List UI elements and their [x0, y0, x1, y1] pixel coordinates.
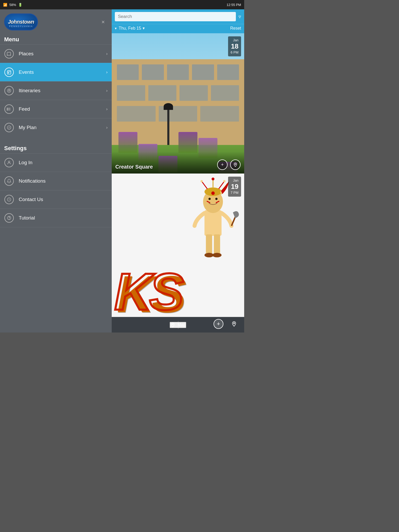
login-icon [4, 158, 14, 168]
status-time: 12:55 PM [227, 3, 241, 7]
sidebar-header: Johnstown PENNSYLVANIA × [0, 9, 112, 33]
reset-button[interactable]: Reset [230, 26, 241, 31]
menu-section-title: Menu [0, 33, 112, 44]
wifi-icon: 📶 [3, 3, 7, 7]
places-label: Places [19, 51, 34, 57]
svg-point-6 [9, 90, 10, 91]
event-add-button-1[interactable]: + [217, 159, 228, 170]
login-label: Log In [19, 160, 32, 165]
search-input[interactable] [115, 12, 236, 21]
main-layout: Johnstown PENNSYLVANIA × Menu Places › [0, 9, 244, 332]
event-image-tomahawks: KS [112, 174, 244, 317]
flower-group [118, 132, 238, 153]
sidebar-item-login[interactable]: Log In [0, 153, 112, 172]
event-day-1: 18 [231, 43, 238, 50]
logo-text: Johnstown [8, 19, 34, 25]
sidebar-item-feed[interactable]: Feed › [0, 100, 112, 118]
event-card-tomahawks[interactable]: KS [112, 174, 244, 317]
search-bar: ▿ [112, 9, 244, 24]
svg-point-12 [7, 109, 8, 109]
events-label: Events [19, 69, 34, 75]
map-icon [170, 322, 175, 328]
tutorial-icon [4, 213, 14, 223]
event-name-bar-1: Creator Square + [112, 152, 244, 174]
itineraries-icon [4, 86, 14, 96]
sidebar-item-notifications[interactable]: Notifications [0, 172, 112, 190]
itineraries-arrow: › [106, 88, 108, 93]
feed-label: Feed [19, 106, 30, 112]
event-month-2: Jan [231, 178, 238, 183]
svg-point-19 [235, 164, 236, 165]
event-time-1: 6 PM [231, 50, 238, 55]
sidebar-item-tutorial[interactable]: Tutorial [0, 209, 112, 227]
places-icon [4, 49, 14, 59]
event-day-2: 19 [231, 183, 238, 190]
date-dropdown-arrow[interactable]: ▾ [115, 26, 117, 30]
settings-section-title: Settings [0, 142, 112, 153]
svg-point-30 [215, 198, 218, 200]
filter-icon[interactable]: ▿ [238, 14, 241, 20]
event-card-creator-square[interactable]: Jan 18 6 PM Creator Square + [112, 33, 244, 174]
events-arrow: › [106, 70, 108, 75]
svg-point-40 [234, 323, 235, 324]
status-bar: 📶 58% 🔋 12:55 PM [0, 0, 244, 9]
svg-rect-0 [7, 71, 11, 74]
svg-line-25 [219, 181, 224, 189]
tomahawks-letters: KS [112, 262, 244, 317]
bottom-location-button[interactable] [229, 319, 239, 329]
battery-percentage: 58% [9, 3, 16, 7]
svg-point-27 [201, 180, 203, 182]
svg-rect-34 [206, 234, 212, 254]
sidebar-item-myplan[interactable]: My Plan › [0, 118, 112, 137]
app-logo: Johnstown PENNSYLVANIA [4, 14, 38, 30]
event-location-button-1[interactable] [230, 159, 241, 170]
svg-point-13 [7, 110, 8, 110]
myplan-icon [4, 123, 14, 132]
sidebar-item-places[interactable]: Places › [0, 44, 112, 63]
notifications-icon [4, 176, 14, 186]
svg-rect-20 [204, 210, 222, 236]
tutorial-label: Tutorial [19, 215, 35, 221]
feed-icon [4, 104, 14, 114]
svg-point-39 [172, 324, 173, 325]
current-date: Thu, Feb 15 [119, 26, 141, 31]
feed-arrow: › [106, 107, 108, 111]
contact-icon [4, 195, 14, 204]
myplan-label: My Plan [19, 125, 37, 130]
sidebar-item-events[interactable]: Events › [0, 63, 112, 81]
map-label: Map [177, 323, 185, 327]
building-windows-top [117, 64, 239, 80]
date-chip[interactable]: Thu, Feb 15 ▾ [119, 26, 145, 31]
building-windows-bot [117, 106, 239, 122]
svg-point-37 [212, 253, 222, 257]
event-month-1: Jan [231, 38, 238, 43]
date-chip-arrow: ▾ [143, 26, 145, 31]
svg-point-26 [212, 177, 215, 180]
myplan-arrow: › [106, 125, 108, 130]
event-date-badge-1: Jan 18 6 PM [228, 36, 241, 56]
svg-line-24 [202, 181, 207, 189]
svg-point-11 [7, 108, 8, 108]
bottom-divider [178, 321, 178, 329]
settings-section: Settings Log In [0, 142, 112, 227]
svg-rect-35 [214, 234, 220, 254]
logo-subtext: PENNSYLVANIA [9, 25, 33, 28]
event-date-badge-2: Jan 19 7 PM [228, 177, 241, 197]
svg-point-15 [8, 161, 10, 163]
building-windows-mid [117, 85, 239, 101]
location-icon [231, 321, 237, 327]
close-button[interactable]: × [99, 18, 108, 26]
bottom-add-button[interactable]: + [214, 319, 223, 329]
sidebar: Johnstown PENNSYLVANIA × Menu Places › [0, 9, 112, 332]
svg-point-36 [204, 253, 214, 257]
svg-point-18 [9, 219, 9, 219]
events-list: Jan 18 6 PM Creator Square + [112, 33, 244, 317]
sidebar-item-contact[interactable]: Contact Us [0, 190, 112, 209]
contact-label: Contact Us [19, 197, 43, 202]
event-time-2: 7 PM [231, 190, 238, 195]
events-icon [4, 67, 14, 77]
places-arrow: › [106, 51, 108, 56]
sidebar-item-itineraries[interactable]: Itineraries › [0, 81, 112, 100]
battery-icon: 🔋 [18, 3, 22, 7]
right-panel: ▿ ▾ Thu, Feb 15 ▾ Reset [112, 9, 244, 332]
